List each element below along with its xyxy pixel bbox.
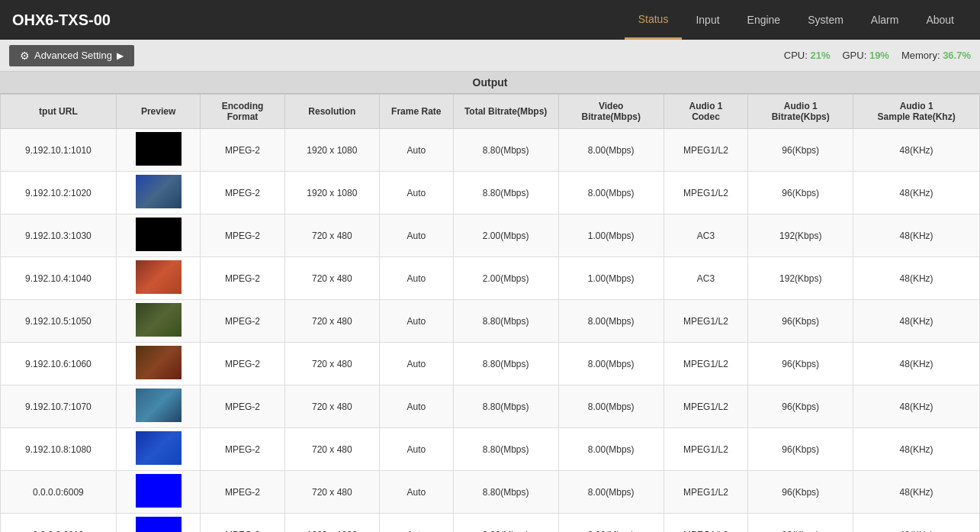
cell-preview: [116, 385, 200, 428]
cell-framerate: Auto: [379, 471, 453, 514]
tab-system[interactable]: System: [794, 0, 857, 40]
cell-preview: [116, 214, 200, 257]
table-row: 9.192.10.3:1030 MPEG-2 720 x 480 Auto 2.…: [1, 214, 980, 257]
table-row: 9.192.10.7:1070 MPEG-2 720 x 480 Auto 8.…: [1, 385, 980, 428]
advanced-setting-button[interactable]: ⚙ Advanced Setting ▶: [9, 45, 134, 66]
memory-stat: Memory: 36.7%: [901, 50, 971, 61]
table-row: 9.192.10.5:1050 MPEG-2 720 x 480 Auto 8.…: [1, 300, 980, 343]
cell-audio-bitrate: 96(Kbps): [748, 514, 853, 533]
cell-sample-rate: 48(KHz): [853, 129, 980, 172]
header: OHX6-TXS-00 Status Input Engine System A…: [0, 0, 980, 40]
cell-encoding: MPEG-2: [201, 172, 284, 214]
cell-encoding: MPEG-2: [201, 257, 284, 300]
cell-framerate: Auto: [379, 514, 453, 533]
preview-thumbnail: [136, 175, 182, 208]
cell-audio-bitrate: 96(Kbps): [748, 300, 853, 343]
gpu-label: GPU:: [842, 50, 866, 61]
tab-about[interactable]: About: [912, 0, 968, 40]
col-header-total-bitrate: Total Bitrate(Mbps): [453, 95, 558, 129]
cell-audio-bitrate: 96(Kbps): [748, 129, 853, 172]
preview-thumbnail: [136, 260, 182, 294]
cell-audio-bitrate: 96(Kbps): [748, 428, 853, 471]
cell-total-bitrate: 2.00(Mbps): [453, 257, 558, 300]
cell-resolution: 1920 x 1080: [284, 129, 379, 172]
cell-total-bitrate: 8.80(Mbps): [453, 343, 558, 385]
cell-audio-codec: MPEG1/L2: [664, 129, 747, 172]
gpu-value: 19%: [869, 50, 889, 61]
cell-encoding: MPEG-2: [201, 300, 284, 343]
tab-alarm[interactable]: Alarm: [857, 0, 913, 40]
cell-video-bitrate: 8.00(Mbps): [558, 428, 664, 471]
memory-label: Memory:: [901, 50, 940, 61]
cell-sample-rate: 48(KHz): [853, 172, 980, 214]
cell-total-bitrate: 8.80(Mbps): [453, 300, 558, 343]
cell-preview: [116, 514, 200, 533]
cell-audio-codec: MPEG1/L2: [664, 385, 747, 428]
preview-thumbnail: [136, 303, 182, 337]
cell-sample-rate: 48(KHz): [853, 343, 980, 385]
output-table: tput URL Preview EncodingFormat Resoluti…: [0, 94, 980, 532]
table-row: 0.0.0.0:6009 MPEG-2 720 x 480 Auto 8.80(…: [1, 471, 980, 514]
cell-audio-bitrate: 192(Kbps): [748, 257, 853, 300]
table-header-row: tput URL Preview EncodingFormat Resoluti…: [1, 95, 980, 129]
cell-resolution: 720 x 480: [284, 428, 379, 471]
col-header-sample-rate: Audio 1Sample Rate(Khz): [853, 95, 980, 129]
cell-resolution: 720 x 480: [284, 343, 379, 385]
app-title: OHX6-TXS-00: [12, 11, 111, 29]
cell-video-bitrate: 8.00(Mbps): [558, 471, 664, 514]
cell-encoding: MPEG-2: [201, 343, 284, 385]
tab-input[interactable]: Input: [682, 0, 733, 40]
cell-total-bitrate: 8.80(Mbps): [453, 172, 558, 214]
output-section: Output tput URL Preview EncodingFormat R…: [0, 72, 980, 532]
cell-sample-rate: 48(KHz): [853, 471, 980, 514]
cell-video-bitrate: 1.00(Mbps): [558, 257, 664, 300]
cell-url: 9.192.10.7:1070: [1, 385, 117, 428]
cell-audio-bitrate: 192(Kbps): [748, 214, 853, 257]
preview-thumbnail: [136, 517, 182, 532]
section-title: Output: [0, 72, 980, 94]
table-row: 9.192.10.6:1060 MPEG-2 720 x 480 Auto 8.…: [1, 343, 980, 385]
cell-sample-rate: 48(KHz): [853, 300, 980, 343]
cell-video-bitrate: 8.00(Mbps): [558, 172, 664, 214]
cell-framerate: Auto: [379, 385, 453, 428]
cell-sample-rate: 48(KHz): [853, 428, 980, 471]
system-stats: CPU: 21% GPU: 19% Memory: 36.7%: [784, 50, 971, 61]
col-header-video-bitrate: VideoBitrate(Mbps): [558, 95, 664, 129]
preview-thumbnail: [136, 389, 182, 422]
cell-audio-codec: MPEG1/L2: [664, 471, 747, 514]
table-row: 9.192.10.1:1010 MPEG-2 1920 x 1080 Auto …: [1, 129, 980, 172]
cell-url: 9.192.10.8:1080: [1, 428, 117, 471]
cell-framerate: Auto: [379, 428, 453, 471]
tab-status[interactable]: Status: [625, 0, 683, 40]
gpu-stat: GPU: 19%: [842, 50, 888, 61]
advanced-setting-label: Advanced Setting: [34, 50, 112, 61]
cell-audio-codec: MPEG1/L2: [664, 172, 747, 214]
preview-thumbnail: [136, 431, 182, 465]
cell-sample-rate: 48(KHz): [853, 514, 980, 533]
cell-url: 9.192.10.6:1060: [1, 343, 117, 385]
nav-tabs: Status Input Engine System Alarm About: [625, 0, 968, 40]
cell-audio-bitrate: 96(Kbps): [748, 172, 853, 214]
col-header-resolution: Resolution: [284, 95, 379, 129]
chevron-right-icon: ▶: [117, 50, 124, 61]
cpu-label: CPU:: [784, 50, 808, 61]
cell-preview: [116, 257, 200, 300]
preview-thumbnail: [136, 132, 182, 166]
cell-url: 0.0.0.0:6010: [1, 514, 117, 533]
cell-resolution: 1920 x 1080: [284, 514, 379, 533]
cell-audio-codec: MPEG1/L2: [664, 428, 747, 471]
cell-preview: [116, 428, 200, 471]
table-row: 0.0.0.0:6010 MPEG-2 1920 x 1080 Auto 8.8…: [1, 514, 980, 533]
preview-thumbnail: [136, 218, 182, 251]
cell-audio-bitrate: 96(Kbps): [748, 343, 853, 385]
cell-url: 9.192.10.3:1030: [1, 214, 117, 257]
cpu-stat: CPU: 21%: [784, 50, 831, 61]
tab-engine[interactable]: Engine: [734, 0, 795, 40]
cell-resolution: 720 x 480: [284, 385, 379, 428]
cell-preview: [116, 129, 200, 172]
col-header-framerate: Frame Rate: [379, 95, 453, 129]
cell-encoding: MPEG-2: [201, 471, 284, 514]
cell-framerate: Auto: [379, 172, 453, 214]
cell-resolution: 720 x 480: [284, 300, 379, 343]
col-header-encoding: EncodingFormat: [201, 95, 284, 129]
